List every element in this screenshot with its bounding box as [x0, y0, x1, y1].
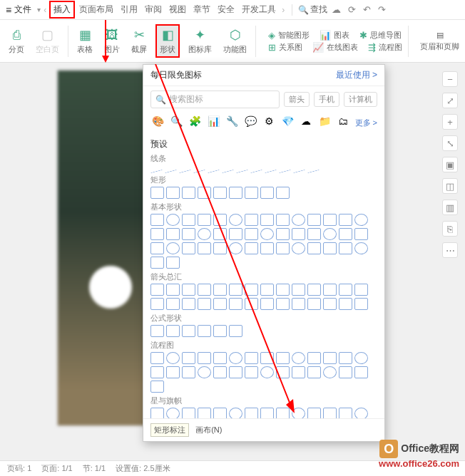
shape-item[interactable]	[260, 298, 274, 310]
shape-item[interactable]	[213, 228, 227, 240]
shape-item[interactable]	[213, 284, 227, 296]
shape-item[interactable]	[323, 366, 337, 378]
shape-item[interactable]	[292, 298, 305, 310]
shape-item[interactable]	[150, 228, 164, 240]
shape-item[interactable]	[260, 187, 274, 199]
shape-item[interactable]	[166, 325, 180, 337]
shape-item[interactable]	[265, 170, 277, 173]
shape-item[interactable]	[150, 366, 164, 378]
shape-item[interactable]	[245, 214, 258, 226]
shape-item[interactable]	[166, 366, 180, 378]
shape-item[interactable]	[229, 408, 242, 418]
shape-item[interactable]	[213, 352, 227, 364]
redo-icon[interactable]: ↷	[378, 4, 386, 15]
tab-view[interactable]: 视图	[166, 2, 189, 17]
nav-icon[interactable]: ⤡	[442, 135, 458, 151]
tag-arrow[interactable]: 箭头	[284, 92, 310, 107]
shape-item[interactable]	[166, 408, 180, 418]
tool-blankpage[interactable]: ▢空白页	[33, 26, 62, 56]
shape-item[interactable]	[166, 228, 180, 240]
shape-item[interactable]	[354, 242, 368, 254]
shape-item[interactable]	[198, 242, 211, 254]
tool-function[interactable]: ⬡功能图	[220, 26, 250, 56]
shape-item[interactable]	[166, 284, 180, 296]
copy-icon[interactable]: ⎘	[442, 221, 458, 237]
shape-item[interactable]	[250, 170, 262, 173]
shape-item[interactable]	[182, 242, 195, 254]
shape-item[interactable]	[166, 298, 180, 310]
shape-item[interactable]	[323, 242, 337, 254]
tool-table[interactable]: ▦表格	[74, 26, 96, 56]
zoom-in-icon[interactable]: +	[442, 114, 458, 130]
shape-item[interactable]	[229, 366, 242, 378]
shape-item[interactable]	[354, 284, 368, 296]
shape-item[interactable]	[182, 228, 195, 240]
shape-item[interactable]	[292, 242, 305, 254]
tab-security[interactable]: 安全	[215, 2, 237, 17]
shape-item[interactable]	[260, 408, 274, 418]
shape-item[interactable]	[213, 408, 227, 418]
shape-item[interactable]	[245, 352, 258, 364]
shape-item[interactable]	[339, 298, 352, 310]
shape-item[interactable]	[307, 298, 321, 310]
preset-icon[interactable]: 🧩	[188, 115, 202, 130]
preset-icon[interactable]: 💬	[243, 115, 257, 130]
shape-item[interactable]	[354, 408, 368, 418]
tab-pagelayout[interactable]: 页面布局	[76, 2, 116, 17]
preset-icon[interactable]: 🗂	[336, 115, 350, 130]
preset-icon[interactable]: 📊	[206, 115, 220, 130]
shape-item[interactable]	[150, 325, 164, 337]
shape-item[interactable]	[150, 381, 164, 393]
shape-item[interactable]	[354, 352, 368, 364]
shape-item[interactable]	[229, 228, 242, 240]
shape-item[interactable]	[323, 228, 337, 240]
shape-item[interactable]	[307, 408, 321, 418]
shape-item[interactable]	[339, 284, 352, 296]
shape-item[interactable]	[307, 228, 321, 240]
shape-item[interactable]	[198, 366, 211, 378]
shape-item[interactable]	[276, 352, 290, 364]
shape-item[interactable]	[339, 242, 352, 254]
recent-link[interactable]: 最近使用 >	[336, 69, 377, 81]
shape-item[interactable]	[208, 170, 220, 173]
shape-item[interactable]	[198, 284, 211, 296]
shape-item[interactable]	[339, 408, 352, 418]
shape-item[interactable]	[166, 242, 180, 254]
shape-item[interactable]	[150, 352, 164, 364]
shape-item[interactable]	[260, 366, 274, 378]
shape-item[interactable]	[179, 170, 191, 173]
shape-item[interactable]	[292, 408, 305, 418]
shape-item[interactable]	[213, 187, 227, 199]
shape-item[interactable]	[229, 325, 242, 337]
shape-item[interactable]	[150, 242, 164, 254]
shape-item[interactable]	[150, 257, 164, 269]
layers-icon[interactable]: ▥	[442, 200, 458, 215]
preset-icon[interactable]: ⚙	[262, 115, 276, 130]
shape-item[interactable]	[182, 366, 195, 378]
shape-item[interactable]	[193, 170, 205, 173]
shape-item[interactable]	[166, 352, 180, 364]
tool-smartart[interactable]: 智能图形	[278, 30, 310, 41]
shape-item[interactable]	[276, 298, 290, 310]
shape-item[interactable]	[166, 214, 180, 226]
shape-item[interactable]	[229, 284, 242, 296]
shape-item[interactable]	[213, 325, 227, 337]
shape-item[interactable]	[276, 214, 290, 226]
tool-shapes[interactable]: ◧形状	[155, 24, 180, 58]
shape-item[interactable]	[198, 352, 211, 364]
shape-item[interactable]	[150, 408, 164, 418]
file-menu[interactable]: 文件	[14, 4, 31, 16]
shape-item[interactable]	[276, 366, 290, 378]
shape-item[interactable]	[222, 170, 234, 173]
search-input[interactable]: 🔍搜索图标	[150, 90, 280, 108]
chevron-left-icon[interactable]: ‹	[44, 5, 46, 15]
preset-icon[interactable]: ☁	[299, 115, 313, 130]
shape-item[interactable]	[229, 352, 242, 364]
shape-item[interactable]	[166, 187, 180, 199]
shape-item[interactable]	[323, 298, 337, 310]
shape-item[interactable]	[260, 352, 274, 364]
shape-item[interactable]	[198, 298, 211, 310]
shape-item[interactable]	[276, 408, 290, 418]
shape-item[interactable]	[292, 284, 305, 296]
tab-reference[interactable]: 引用	[118, 2, 140, 17]
